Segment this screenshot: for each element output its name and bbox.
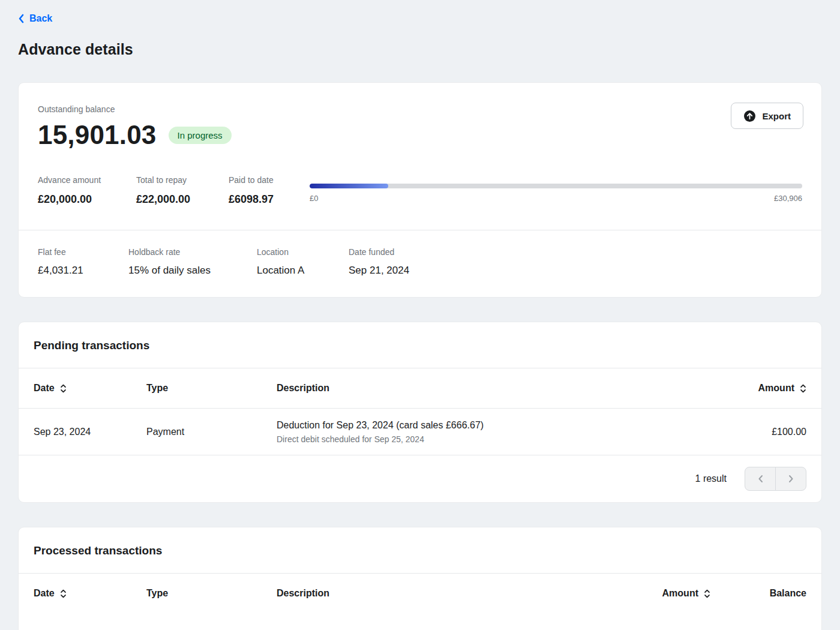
processed-transactions-title: Processed transactions (19, 527, 821, 573)
chevron-left-icon (758, 475, 763, 483)
detail-location: Location Location A (257, 247, 349, 277)
cell-date: Sep 23, 2024 (34, 427, 146, 437)
sort-arrows-icon[interactable] (800, 383, 806, 394)
pending-transactions-title: Pending transactions (19, 322, 821, 368)
progress-max-label: £30,906 (774, 194, 802, 203)
progress-fill (310, 184, 388, 188)
upload-circle-icon (743, 110, 756, 122)
previous-page-button[interactable] (745, 467, 776, 491)
detail-flat-fee: Flat fee £4,031.21 (38, 247, 128, 277)
detail-label: Location (257, 247, 349, 257)
processed-table-header: Date Type Description Amount Balance (19, 573, 821, 613)
back-label: Back (29, 13, 52, 24)
column-header-amount[interactable]: Amount (716, 383, 806, 394)
result-count: 1 result (695, 473, 727, 484)
detail-value: £4,031.21 (38, 265, 128, 277)
stat-paid-to-date: Paid to date £6098.97 (229, 175, 310, 206)
summary-card: Outstanding balance 15,901.03 In progres… (18, 82, 822, 298)
stat-label: Paid to date (229, 175, 310, 185)
cell-description: Deduction for Sep 23, 2024 (card sales £… (277, 420, 716, 444)
stat-label: Total to repay (136, 175, 229, 185)
pending-table-footer: 1 result (19, 455, 821, 502)
table-row[interactable]: Sep 23, 2024 Payment Deduction for Sep 2… (19, 408, 821, 455)
column-header-type[interactable]: Type (146, 588, 277, 599)
back-button[interactable]: Back (18, 11, 52, 26)
detail-value: Sep 21, 2024 (349, 265, 409, 277)
detail-date-funded: Date funded Sep 21, 2024 (349, 247, 409, 277)
description-main: Deduction for Sep 23, 2024 (card sales £… (277, 420, 716, 431)
column-label: Type (146, 588, 168, 599)
stat-label: Advance amount (38, 175, 136, 185)
processed-transactions-card: Processed transactions Date Type Descrip… (18, 527, 822, 630)
column-label: Balance (770, 588, 806, 599)
stat-value: £20,000.00 (38, 193, 136, 206)
column-header-amount[interactable]: Amount (614, 588, 710, 599)
detail-label: Flat fee (38, 247, 128, 257)
column-label: Date (34, 383, 55, 394)
detail-value: Location A (257, 265, 349, 277)
stat-advance-amount: Advance amount £20,000.00 (38, 175, 136, 206)
column-header-type[interactable]: Type (146, 383, 277, 394)
progress-track (310, 184, 802, 188)
chevron-left-icon (18, 14, 24, 23)
column-label: Amount (758, 383, 794, 394)
column-label: Description (277, 383, 329, 394)
pagination (745, 467, 806, 491)
repayment-progress: £0 £30,906 (310, 175, 802, 206)
status-badge: In progress (169, 127, 232, 144)
advance-details-page: Back Advance details Outstanding balance… (0, 0, 840, 630)
column-label: Date (34, 588, 55, 599)
cell-amount: £100.00 (716, 427, 806, 437)
detail-holdback-rate: Holdback rate 15% of daily sales (128, 247, 257, 277)
detail-label: Date funded (349, 247, 409, 257)
stat-value: £6098.97 (229, 193, 310, 206)
column-header-balance[interactable]: Balance (710, 588, 806, 599)
page-title: Advance details (18, 41, 822, 58)
next-page-button[interactable] (775, 467, 806, 491)
sort-arrows-icon[interactable] (60, 589, 67, 599)
column-header-date[interactable]: Date (34, 588, 146, 599)
outstanding-balance-value: 15,901.03 (38, 120, 157, 150)
column-header-description[interactable]: Description (277, 588, 614, 599)
export-button[interactable]: Export (731, 103, 803, 129)
detail-label: Holdback rate (128, 247, 257, 257)
column-header-date[interactable]: Date (34, 383, 146, 394)
sort-arrows-icon[interactable] (704, 589, 710, 599)
stat-total-to-repay: Total to repay £22,000.00 (136, 175, 229, 206)
stat-value: £22,000.00 (136, 193, 229, 206)
detail-value: 15% of daily sales (128, 265, 257, 277)
description-sub: Direct debit scheduled for Sep 25, 2024 (277, 434, 716, 444)
summary-details-section: Flat fee £4,031.21 Holdback rate 15% of … (19, 230, 821, 297)
column-header-description[interactable]: Description (277, 383, 716, 394)
column-label: Description (277, 588, 329, 599)
sort-arrows-icon[interactable] (60, 383, 67, 394)
pending-transactions-card: Pending transactions Date Type Descripti… (18, 322, 822, 503)
pending-table-header: Date Type Description Amount (19, 368, 821, 408)
progress-min-label: £0 (310, 194, 318, 203)
column-label: Amount (662, 588, 698, 599)
export-label: Export (762, 111, 791, 121)
outstanding-balance-label: Outstanding balance (38, 104, 802, 114)
summary-top-section: Outstanding balance 15,901.03 In progres… (19, 83, 821, 230)
column-label: Type (146, 383, 168, 394)
cell-type: Payment (146, 427, 277, 437)
chevron-right-icon (788, 475, 794, 483)
